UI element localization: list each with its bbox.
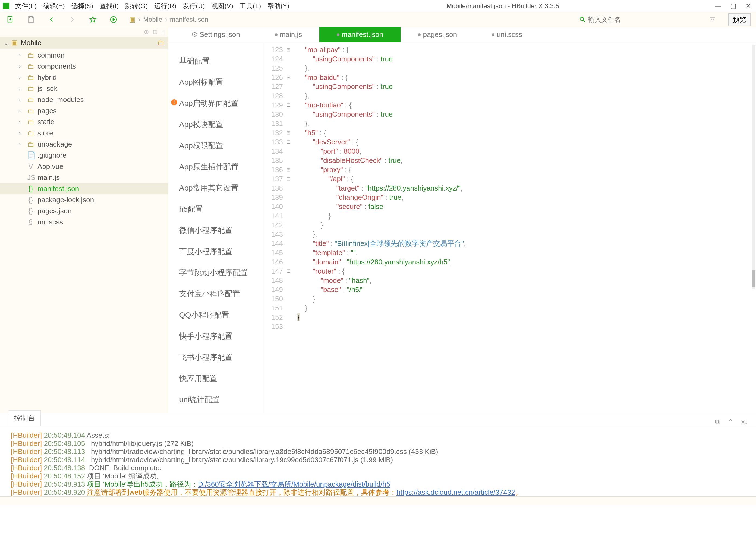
console-link[interactable]: D:/360安全浏览器下载/交易所/Mobile/unpackage/dist/…: [198, 480, 390, 488]
menu-run[interactable]: 运行(R): [151, 2, 179, 10]
config-nav-item[interactable]: uni统计配置: [168, 389, 263, 410]
console-line: [HBuilder] 20:50:48.113 hybrid/html/trad…: [11, 447, 745, 456]
config-nav-item[interactable]: 源码视图: [168, 410, 263, 413]
tab-label: Settings.json: [200, 30, 240, 39]
config-nav-item[interactable]: App原生插件配置: [168, 156, 263, 177]
menu-tool[interactable]: 工具(T): [236, 2, 264, 10]
save-icon[interactable]: [26, 15, 36, 24]
config-nav-item[interactable]: 微信小程序配置: [168, 220, 263, 241]
folder-icon: 🗀: [27, 51, 34, 60]
folder-hybrid[interactable]: ›🗀hybrid: [0, 72, 168, 83]
folder-icon[interactable]: 🗀: [157, 38, 164, 47]
config-nav-item[interactable]: 百度小程序配置: [168, 241, 263, 262]
new-file-icon[interactable]: [5, 15, 15, 24]
tab-pages.json[interactable]: pages.json: [400, 27, 474, 42]
config-nav-item[interactable]: App常用其它设置: [168, 177, 263, 199]
tab-manifest.json[interactable]: manifest.json: [319, 27, 400, 42]
menu-edit[interactable]: 编辑(E): [40, 2, 68, 10]
code-editor[interactable]: 1231241251261271281291301311321331341351…: [263, 42, 756, 413]
file-manifest.json[interactable]: {}manifest.json: [0, 183, 168, 194]
folder-js_sdk[interactable]: ›🗀js_sdk: [0, 83, 168, 94]
menu-view[interactable]: 视图(V): [208, 2, 236, 10]
console-line: [HBuilder] 20:50:48.138 DONE Build compl…: [11, 464, 745, 472]
file-.gitignore[interactable]: 📄.gitignore: [0, 150, 168, 161]
config-nav-item[interactable]: App启动界面配置: [168, 93, 263, 114]
folder-label: static: [38, 118, 54, 126]
folder-icon: 🗀: [27, 95, 34, 104]
scrollbar-thumb[interactable]: [752, 270, 755, 287]
breadcrumb-file[interactable]: manifest.json: [170, 16, 208, 23]
tab-uni.scss[interactable]: uni.scss: [474, 27, 540, 42]
dot-icon: [337, 33, 339, 36]
folder-components[interactable]: ›🗀components: [0, 61, 168, 72]
minimize-icon[interactable]: ―: [713, 2, 723, 10]
locate-icon[interactable]: ⊡: [152, 29, 157, 36]
folder-common[interactable]: ›🗀common: [0, 50, 168, 61]
config-nav-item[interactable]: 飞书小程序配置: [168, 347, 263, 368]
run-icon[interactable]: [109, 15, 119, 24]
menu-select[interactable]: 选择(S): [68, 2, 96, 10]
config-nav-item[interactable]: 支付宝小程序配置: [168, 283, 263, 304]
tab-Settings.json[interactable]: ⚙Settings.json: [174, 27, 257, 42]
maximize-icon[interactable]: ▢: [728, 2, 738, 10]
search-input[interactable]: [588, 16, 697, 23]
config-nav-item[interactable]: QQ小程序配置: [168, 304, 263, 326]
file-search[interactable]: [579, 16, 697, 23]
console-line: [HBuilder] 20:50:48.152 项目 'Mobile' 编译成功…: [11, 472, 745, 480]
file-App.vue[interactable]: VApp.vue: [0, 161, 168, 172]
chevron-right-icon: ›: [19, 75, 24, 80]
config-nav: 基础配置App图标配置App启动界面配置App模块配置App权限配置App原生插…: [168, 42, 263, 413]
menu-help[interactable]: 帮助(Y): [264, 2, 292, 10]
console-popout-icon[interactable]: ⧉: [715, 418, 719, 425]
folder-label: node_modules: [38, 95, 84, 104]
menu-file[interactable]: 文件(F): [12, 2, 40, 10]
project-root[interactable]: ⌄ ▣ Mobile 🗀: [0, 37, 168, 49]
folder-static[interactable]: ›🗀static: [0, 116, 168, 128]
file-main.js[interactable]: JSmain.js: [0, 172, 168, 183]
file-icon: §: [27, 218, 34, 226]
config-nav-item[interactable]: App模块配置: [168, 114, 263, 135]
file-label: uni.scss: [38, 218, 63, 226]
config-nav-item[interactable]: h5配置: [168, 199, 263, 220]
folder-label: js_sdk: [38, 85, 58, 93]
back-icon[interactable]: [47, 15, 57, 24]
scrollbar[interactable]: [752, 45, 755, 289]
menu-find[interactable]: 查找(I): [96, 2, 122, 10]
chevron-right-icon: ›: [19, 141, 24, 147]
file-icon: {}: [27, 207, 34, 215]
breadcrumb-project[interactable]: Mobile: [143, 16, 162, 23]
file-package-lock.json[interactable]: {}package-lock.json: [0, 194, 168, 205]
preview-button[interactable]: 预览: [728, 13, 751, 26]
menu-icon[interactable]: ≡: [161, 29, 165, 36]
console-link[interactable]: https://ask.dcloud.net.cn/article/37432: [396, 488, 515, 496]
filter-icon[interactable]: [708, 15, 717, 24]
tab-label: uni.scss: [497, 30, 522, 39]
console-collapse-icon[interactable]: ⌃: [728, 418, 733, 425]
chevron-right-icon: ›: [19, 52, 24, 58]
collapse-all-icon[interactable]: ⊕: [144, 29, 149, 36]
config-nav-item[interactable]: App图标配置: [168, 72, 263, 93]
chevron-right-icon: ›: [19, 108, 24, 114]
config-nav-item[interactable]: 基础配置: [168, 50, 263, 72]
menu-goto[interactable]: 跳转(G): [122, 2, 151, 10]
config-nav-item[interactable]: App权限配置: [168, 135, 263, 156]
tab-main.js[interactable]: main.js: [257, 27, 319, 42]
console-tab[interactable]: 控制台: [8, 410, 41, 425]
menu-publish[interactable]: 发行(U): [179, 2, 208, 10]
config-nav-item[interactable]: 快应用配置: [168, 368, 263, 389]
folder-pages[interactable]: ›🗀pages: [0, 105, 168, 116]
file-uni.scss[interactable]: §uni.scss: [0, 216, 168, 228]
config-nav-item[interactable]: 字节跳动小程序配置: [168, 262, 263, 283]
folder-unpackage[interactable]: ›🗀unpackage: [0, 139, 168, 150]
config-nav-item[interactable]: 快手小程序配置: [168, 326, 263, 347]
folder-store[interactable]: ›🗀store: [0, 128, 168, 139]
window-title: Mobile/manifest.json - HBuilder X 3.3.5: [292, 2, 713, 10]
file-pages.json[interactable]: {}pages.json: [0, 205, 168, 216]
star-icon[interactable]: [88, 15, 98, 24]
folder-label: store: [38, 129, 53, 137]
close-icon[interactable]: ✕: [743, 2, 753, 10]
forward-icon[interactable]: [68, 15, 77, 24]
folder-node_modules[interactable]: ›🗀node_modules: [0, 94, 168, 105]
folder-label: common: [38, 51, 65, 60]
console-close-icon[interactable]: x↓: [741, 418, 748, 425]
